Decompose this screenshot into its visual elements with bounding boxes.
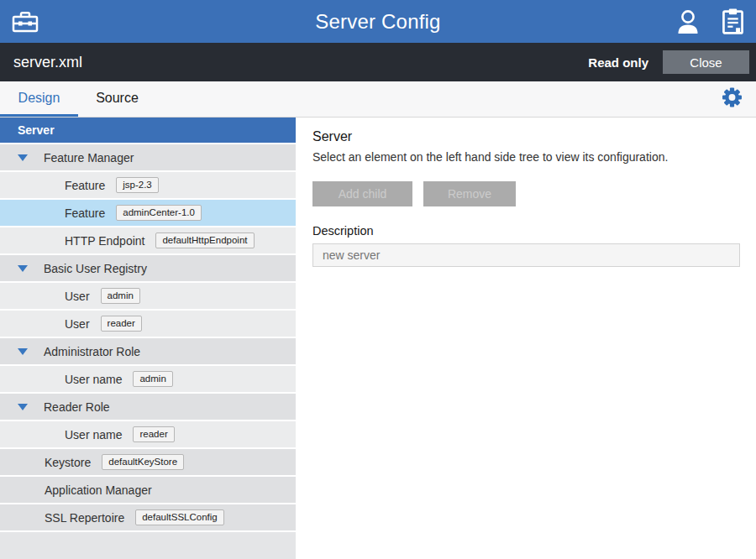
tab-bar: Design Source	[0, 81, 756, 118]
tree-item[interactable]: Administrator Role	[0, 338, 296, 364]
tree-item[interactable]: HTTP EndpointdefaultHttpEndpoint	[0, 227, 296, 253]
panel-title: Server	[312, 129, 740, 144]
remove-button[interactable]: Remove	[423, 181, 516, 206]
triangle-down-icon[interactable]	[18, 265, 28, 272]
tree-item[interactable]: KeystoredefaultKeyStore	[0, 449, 296, 475]
tree-item[interactable]: Userreader	[0, 311, 296, 337]
tree-item[interactable]: Feature Manager	[0, 144, 296, 170]
tree-item-label: SSL Repertoire	[45, 511, 124, 525]
tree-item[interactable]: Reader Role	[0, 394, 296, 420]
close-button[interactable]: Close	[663, 50, 749, 74]
content-area: Server Feature ManagerFeaturejsp-2.3Feat…	[0, 118, 756, 559]
tree-item-badge: reader	[101, 316, 142, 332]
tree-item-badge: reader	[133, 426, 174, 443]
tree-item-label: User name	[65, 428, 122, 441]
tree-item[interactable]: SSL RepertoiredefaultSSLConfig	[0, 504, 296, 530]
tree-item-label: Keystore	[45, 456, 91, 469]
triangle-down-icon[interactable]	[18, 404, 28, 410]
gear-icon[interactable]	[722, 87, 743, 112]
tab-source[interactable]: Source	[78, 81, 156, 117]
tree-item-label: Feature	[65, 206, 105, 220]
triangle-down-icon[interactable]	[18, 154, 28, 161]
tree-item-label: Application Manager	[45, 483, 152, 497]
tree-item[interactable]: Useradmin	[0, 283, 296, 309]
tree-item-label: Administrator Role	[44, 345, 140, 358]
tree-item-label: User	[65, 290, 90, 303]
toolbox-icon[interactable]	[12, 10, 39, 34]
triangle-down-icon[interactable]	[18, 348, 28, 355]
description-field-label: Description	[312, 224, 740, 238]
tree-item-badge: admin	[101, 288, 140, 305]
panel-description: Select an element on the left hand side …	[312, 150, 740, 164]
tree-item[interactable]: Application Manager	[0, 477, 296, 503]
config-tree: Server Feature ManagerFeaturejsp-2.3Feat…	[0, 118, 296, 559]
tree-item-label: User	[65, 317, 90, 331]
detail-panel: Server Select an element on the left han…	[296, 118, 756, 559]
tree-item-label: User name	[65, 373, 122, 386]
file-name: server.xml	[13, 54, 82, 71]
tree-item-badge: defaultHttpEndpoint	[155, 232, 254, 249]
tree-item-label: HTTP Endpoint	[65, 234, 144, 248]
tree-item[interactable]: Basic User Registry	[0, 255, 296, 281]
description-input[interactable]	[312, 243, 740, 267]
tree-item[interactable]: User nameadmin	[0, 366, 296, 392]
tree-item-badge: adminCenter-1.0	[116, 205, 202, 222]
tab-design[interactable]: Design	[0, 81, 78, 117]
tree-item-badge: defaultKeyStore	[102, 454, 184, 471]
tree-rows: Feature ManagerFeaturejsp-2.3Featureadmi…	[0, 144, 296, 532]
page-title: Server Config	[0, 10, 756, 34]
tree-item-badge: admin	[133, 371, 172, 388]
tree-item-badge: defaultSSLConfig	[135, 509, 224, 526]
add-child-button[interactable]: Add child	[312, 181, 412, 206]
top-app-bar: Server Config	[0, 0, 756, 43]
tree-item-label: Feature Manager	[44, 151, 134, 165]
file-bar: server.xml Read only Close	[0, 43, 756, 81]
tree-item-label: Feature	[65, 179, 105, 192]
tree-filler	[0, 532, 296, 559]
readonly-badge: Read only	[588, 55, 648, 70]
tree-item[interactable]: User namereader	[0, 421, 296, 447]
tree-item-label: Reader Role	[44, 400, 110, 414]
tree-item[interactable]: FeatureadminCenter-1.0	[0, 200, 296, 226]
tree-item[interactable]: Featurejsp-2.3	[0, 172, 296, 198]
clipboard-icon[interactable]	[722, 8, 744, 34]
tree-item-label: Basic User Registry	[44, 262, 147, 275]
tree-item-badge: jsp-2.3	[116, 177, 159, 194]
user-icon[interactable]	[677, 9, 699, 34]
tree-root-server[interactable]: Server	[0, 118, 296, 143]
